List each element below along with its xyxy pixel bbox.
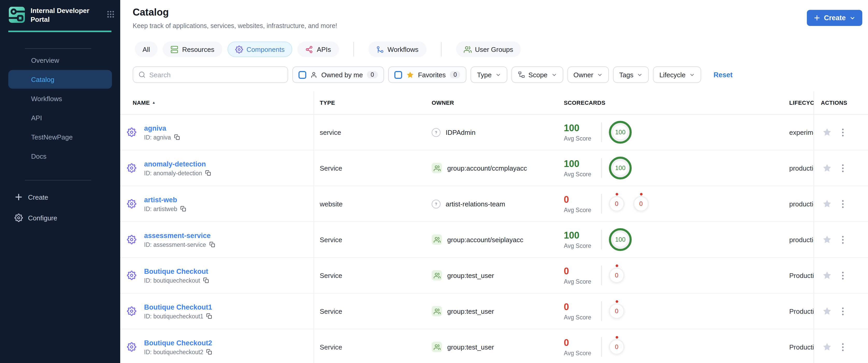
scorecard-ring[interactable]: 0 — [633, 196, 649, 212]
sidebar-item-overview[interactable]: Overview — [8, 51, 112, 69]
plus-icon — [814, 14, 820, 21]
app-window: Internal Developer Portal Overview Catal… — [0, 0, 868, 363]
create-button[interactable]: Create — [807, 10, 862, 26]
column-header-lifecycle[interactable]: LIFECYCLE — [789, 99, 814, 106]
row-menu-icon[interactable] — [840, 126, 846, 138]
tab-user-groups[interactable]: User Groups — [456, 41, 521, 57]
table-row: Boutique Checkout2 ID: boutiquecheckout2… — [120, 329, 868, 363]
scorecard-ring[interactable]: 0 — [609, 339, 624, 355]
component-name-link[interactable]: assessment-service — [144, 232, 215, 239]
avg-score-value: 0 — [564, 195, 601, 204]
copy-icon[interactable] — [209, 242, 215, 247]
sidebar-item-testnewpage[interactable]: TestNewPage — [8, 127, 112, 146]
sidebar-divider — [25, 180, 91, 180]
favorite-star-icon[interactable] — [823, 199, 832, 209]
copy-icon[interactable] — [207, 313, 212, 319]
row-menu-icon[interactable] — [840, 269, 846, 281]
tab-all[interactable]: All — [135, 41, 158, 57]
tab-divider — [441, 42, 441, 57]
favorite-star-icon[interactable] — [823, 235, 832, 244]
lifecycle-value: experimental — [789, 115, 814, 150]
search-input[interactable] — [149, 71, 282, 79]
component-name-link[interactable]: Boutique Checkout — [144, 267, 209, 275]
favorites-checkbox[interactable] — [394, 71, 402, 79]
scorecard-ring[interactable]: 100 — [609, 121, 632, 144]
type-dropdown[interactable]: Type — [471, 66, 507, 83]
scorecard-ring[interactable]: 100 — [609, 228, 632, 251]
favorite-star-icon[interactable] — [823, 163, 832, 173]
avg-score-label: Avg Score — [564, 171, 601, 177]
group-icon — [432, 163, 442, 173]
sidebar-item-workflows[interactable]: Workflows — [8, 89, 112, 108]
copy-icon[interactable] — [203, 277, 209, 283]
row-menu-icon[interactable] — [840, 305, 846, 317]
favorite-star-icon[interactable] — [823, 127, 832, 137]
component-id: ID: boutiquecheckout1 — [144, 313, 204, 319]
sidebar-create-button[interactable]: Create — [8, 188, 112, 206]
column-header-type[interactable]: TYPE — [320, 99, 335, 106]
owner-dropdown[interactable]: Owner — [567, 66, 609, 83]
row-menu-icon[interactable] — [840, 198, 846, 210]
component-gear-icon — [127, 306, 136, 316]
scorecard-ring[interactable]: 0 — [609, 196, 624, 212]
avg-score-value: 100 — [564, 159, 601, 168]
sidebar-item-catalog[interactable]: Catalog — [8, 70, 112, 89]
filter-bar: Owned by me 0 Favorites 0 Type Scope Own… — [133, 66, 733, 83]
copy-icon[interactable] — [174, 134, 180, 140]
scope-dropdown[interactable]: Scope — [511, 66, 563, 83]
row-menu-icon[interactable] — [840, 234, 846, 246]
row-actions — [814, 115, 868, 150]
scorecard-ring[interactable]: 100 — [609, 157, 632, 179]
gear-icon — [14, 214, 23, 222]
component-name-link[interactable]: anomaly-detection — [144, 160, 211, 168]
owner-label: artist-relations-team — [446, 200, 505, 208]
component-gear-icon — [127, 127, 136, 137]
main-content: Catalog Keep track of applications, serv… — [120, 0, 868, 363]
app-grid-icon[interactable] — [106, 10, 115, 19]
avg-score-label: Avg Score — [564, 278, 601, 284]
component-gear-icon — [127, 235, 136, 244]
chevron-down-icon — [597, 72, 603, 78]
tab-resources[interactable]: Resources — [163, 41, 222, 57]
sidebar-item-docs[interactable]: Docs — [8, 147, 112, 165]
scorecard-ring[interactable]: 0 — [609, 303, 624, 319]
owned-by-me-filter[interactable]: Owned by me 0 — [292, 66, 384, 83]
component-name-link[interactable]: Boutique Checkout1 — [144, 303, 212, 311]
component-name-link[interactable]: Boutique Checkout2 — [144, 339, 212, 347]
tab-workflows[interactable]: Workflows — [368, 41, 426, 57]
owner-label: group:account/seiplayacc — [447, 236, 523, 243]
favorite-star-icon[interactable] — [823, 306, 832, 316]
lifecycle-dropdown[interactable]: Lifecycle — [653, 66, 701, 83]
row-menu-icon[interactable] — [840, 341, 846, 353]
favorite-star-icon[interactable] — [823, 342, 832, 352]
component-name-link[interactable]: agniva — [144, 124, 180, 132]
chevron-down-icon — [689, 72, 695, 78]
component-type: Service — [320, 258, 342, 293]
favorites-filter[interactable]: Favorites 0 — [388, 66, 467, 83]
workflow-icon — [376, 46, 384, 53]
column-header-name[interactable]: NAME▲ — [133, 99, 156, 106]
table-row: artist-web ID: artistweb website artist-… — [120, 186, 868, 222]
copy-icon[interactable] — [205, 170, 211, 176]
tags-dropdown[interactable]: Tags — [613, 66, 649, 83]
scorecard-ring[interactable]: 0 — [609, 268, 624, 283]
component-name-link[interactable]: artist-web — [144, 196, 186, 204]
tab-apis[interactable]: APIs — [298, 41, 339, 57]
component-id: ID: boutiquecheckout2 — [144, 349, 204, 355]
unknown-owner-icon — [432, 200, 440, 208]
column-header-owner[interactable]: OWNER — [432, 99, 454, 106]
tab-components[interactable]: Components — [227, 41, 292, 57]
column-header-scorecards[interactable]: SCORECARDS — [564, 99, 605, 106]
table-body: agniva ID: agniva service IDPAdmin 100 A… — [120, 115, 868, 363]
lifecycle-value: Production — [789, 294, 814, 329]
group-icon — [432, 234, 442, 245]
reset-filters-link[interactable]: Reset — [714, 71, 733, 79]
sidebar-item-api[interactable]: API — [8, 109, 112, 127]
owned-by-me-checkbox[interactable] — [299, 71, 306, 79]
chevron-down-icon — [849, 15, 856, 21]
sidebar-configure-button[interactable]: Configure — [8, 209, 112, 227]
copy-icon[interactable] — [207, 349, 212, 355]
row-menu-icon[interactable] — [840, 162, 846, 174]
copy-icon[interactable] — [180, 206, 186, 212]
favorite-star-icon[interactable] — [823, 271, 832, 280]
